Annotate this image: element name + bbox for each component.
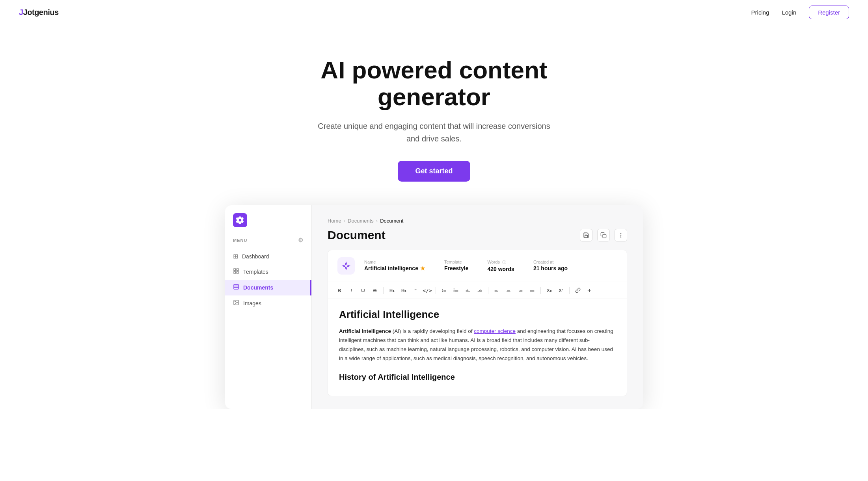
svg-point-10 — [620, 233, 621, 234]
document-meta-icon — [337, 257, 355, 275]
menu-label: MENU — [233, 238, 247, 243]
sidebar-item-label: Images — [243, 300, 261, 306]
bold-button[interactable]: B — [334, 285, 345, 295]
breadcrumb-sep-2: › — [376, 218, 378, 224]
editor-content[interactable]: Artificial Intelligence Artificial Intel… — [328, 299, 627, 396]
created-value: 21 hours ago — [533, 265, 568, 271]
name-value: Artificial intelligence ★ — [364, 265, 425, 271]
logo[interactable]: JJotgenius — [19, 8, 59, 17]
svg-point-12 — [620, 237, 621, 237]
h1-button[interactable]: H₁ — [387, 285, 397, 295]
sidebar-item-documents[interactable]: Documents — [225, 280, 311, 295]
document-card: Name Artificial intelligence ★ Template … — [328, 250, 627, 396]
app-window-wrap: MENU ⚙ ⊞ Dashboard Templates Documents — [217, 205, 651, 409]
templates-icon — [233, 268, 239, 276]
sidebar-item-dashboard[interactable]: ⊞ Dashboard — [225, 249, 311, 264]
quote-button[interactable]: " — [410, 285, 421, 295]
svg-point-19 — [454, 289, 454, 289]
sidebar-item-label: Dashboard — [242, 253, 269, 260]
document-title: Document — [328, 228, 386, 242]
doc-meta-template: Template Freestyle — [444, 260, 468, 272]
pricing-link[interactable]: Pricing — [751, 9, 769, 16]
underline-button[interactable]: U — [358, 285, 368, 295]
svg-rect-9 — [603, 234, 606, 238]
doc-meta-name: Name Artificial intelligence ★ — [364, 260, 425, 272]
doc-meta-words: Words ⓘ 420 words — [487, 260, 514, 272]
strikethrough-button[interactable]: S — [370, 285, 380, 295]
copy-icon — [600, 232, 607, 238]
svg-rect-0 — [234, 269, 236, 271]
sidebar: MENU ⚙ ⊞ Dashboard Templates Documents — [225, 205, 312, 409]
breadcrumb-documents[interactable]: Documents — [348, 218, 374, 224]
sidebar-item-images[interactable]: Images — [225, 295, 311, 311]
breadcrumb-home[interactable]: Home — [328, 218, 341, 224]
sidebar-item-label: Documents — [243, 284, 273, 291]
svg-rect-4 — [234, 284, 238, 289]
ordered-list-button[interactable] — [439, 285, 449, 295]
unordered-list-button[interactable] — [451, 285, 461, 295]
created-label: Created at — [533, 260, 568, 264]
svg-point-21 — [454, 292, 454, 292]
svg-point-11 — [620, 235, 621, 236]
link-button[interactable] — [573, 285, 583, 295]
doc-meta-fields: Name Artificial intelligence ★ Template … — [364, 260, 568, 272]
sidebar-item-templates[interactable]: Templates — [225, 264, 311, 280]
words-label: Words ⓘ — [487, 260, 514, 265]
justify-button[interactable] — [527, 285, 537, 295]
breadcrumb-current: Document — [380, 218, 403, 224]
dashboard-icon: ⊞ — [233, 253, 238, 260]
words-value: 420 words — [487, 266, 514, 272]
get-started-button[interactable]: Get started — [398, 161, 470, 182]
images-icon — [233, 299, 239, 307]
svg-point-8 — [235, 301, 236, 302]
content-heading: Artificial Intelligence — [339, 308, 616, 321]
sidebar-item-label: Templates — [243, 269, 268, 275]
svg-point-20 — [454, 290, 454, 291]
words-info-icon: ⓘ — [502, 260, 506, 264]
clear-format-button[interactable]: T̶ — [585, 285, 595, 295]
outdent-button[interactable] — [475, 285, 485, 295]
more-button[interactable] — [615, 229, 627, 241]
content-paragraph-1: Artificial Intelligence (AI) is a rapidl… — [339, 327, 616, 363]
doc-meta-created: Created at 21 hours ago — [533, 260, 568, 272]
save-button[interactable] — [580, 229, 592, 241]
template-label: Template — [444, 260, 468, 264]
copy-button[interactable] — [597, 229, 610, 241]
sidebar-menu-header: MENU ⚙ — [225, 237, 311, 249]
toolbar-separator-5 — [569, 287, 570, 294]
align-right-button[interactable] — [515, 285, 525, 295]
subscript-button[interactable]: X₂ — [544, 285, 554, 295]
sidebar-logo — [225, 213, 311, 237]
navbar: JJotgenius Pricing Login Register — [0, 0, 868, 25]
code-button[interactable]: </> — [422, 285, 432, 295]
document-actions — [580, 229, 627, 241]
toolbar-separator-2 — [436, 287, 436, 294]
document-header: Document — [328, 228, 627, 242]
align-left-button[interactable] — [492, 285, 502, 295]
superscript-button[interactable]: X² — [556, 285, 566, 295]
svg-rect-1 — [237, 269, 238, 271]
breadcrumb: Home › Documents › Document — [328, 218, 627, 224]
name-label: Name — [364, 260, 425, 264]
hero-subheading: Create unique and engaging content that … — [316, 120, 552, 145]
breadcrumb-sep-1: › — [344, 218, 345, 224]
hero-section: AI powered content generator Create uniq… — [0, 25, 868, 205]
svg-rect-2 — [234, 272, 236, 274]
login-link[interactable]: Login — [782, 9, 796, 16]
content-link-cs[interactable]: computer science — [474, 328, 516, 334]
register-button[interactable]: Register — [809, 6, 849, 19]
app-window: MENU ⚙ ⊞ Dashboard Templates Documents — [225, 205, 643, 409]
toolbar-separator-4 — [540, 287, 541, 294]
indent-button[interactable] — [463, 285, 473, 295]
sidebar-logo-icon — [233, 213, 247, 227]
italic-button[interactable]: I — [346, 285, 356, 295]
content-bold-ai: Artificial Intelligence — [339, 328, 391, 334]
main-content: Home › Documents › Document Document — [312, 205, 643, 409]
save-icon — [583, 232, 589, 238]
documents-icon — [233, 284, 239, 292]
content-heading-2: History of Artificial Intelligence — [339, 373, 616, 382]
menu-settings-icon[interactable]: ⚙ — [298, 237, 304, 244]
h2-button[interactable]: H₂ — [399, 285, 409, 295]
align-center-button[interactable] — [503, 285, 514, 295]
star-icon: ★ — [420, 265, 425, 271]
